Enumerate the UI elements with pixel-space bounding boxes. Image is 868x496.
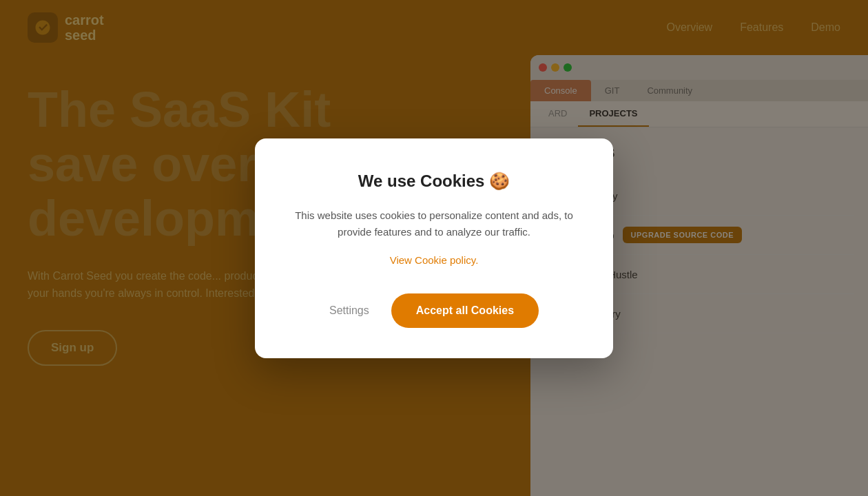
cookie-policy-link[interactable]: View Cookie policy. xyxy=(291,254,577,266)
settings-button[interactable]: Settings xyxy=(329,304,369,317)
cookie-actions: Settings Accept all Cookies xyxy=(291,293,577,328)
cookie-modal-description: This website uses cookies to personalize… xyxy=(291,207,577,240)
accept-cookies-button[interactable]: Accept all Cookies xyxy=(391,293,539,328)
cookie-modal: We use Cookies 🍪 This website uses cooki… xyxy=(255,138,613,358)
modal-overlay: We use Cookies 🍪 This website uses cooki… xyxy=(0,0,868,496)
cookie-modal-title: We use Cookies 🍪 xyxy=(291,172,577,191)
